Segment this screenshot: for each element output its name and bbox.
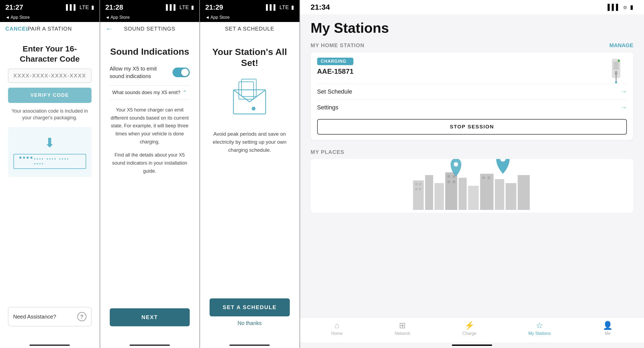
battery-icon-2: ▮ bbox=[191, 4, 194, 10]
p3-content: Your Station's All Set! Avoid peak perio… bbox=[200, 36, 299, 342]
charging-badge: CHARGING bbox=[317, 58, 354, 65]
home-station-section-header: MY HOME STATION MANAGE bbox=[311, 42, 633, 49]
page-heading-1: Enter Your 16-Character Code bbox=[8, 44, 92, 64]
lte-label-2: LTE bbox=[180, 4, 189, 10]
help-icon: ? bbox=[77, 312, 86, 321]
settings-row[interactable]: Settings → bbox=[317, 100, 627, 115]
tab-home[interactable]: ⌂ Home bbox=[331, 321, 343, 336]
p2-content: Sound Indications Allow my X5 to emit so… bbox=[100, 36, 200, 342]
panel-enter-code: 21:27 ▌▌▌ LTE ▮ ◄ App Store CANCEL PAIR … bbox=[0, 0, 100, 348]
scan-arrow-icon: ⬇ bbox=[44, 135, 55, 150]
tab-me[interactable]: 👤 Me bbox=[603, 321, 613, 336]
p1-content: Enter Your 16-Character Code VERIFY CODE… bbox=[0, 36, 100, 342]
battery-icon: ▮ bbox=[91, 4, 94, 10]
svg-rect-14 bbox=[434, 183, 444, 210]
svg-rect-26 bbox=[447, 175, 450, 178]
code-input[interactable] bbox=[13, 73, 87, 79]
toggle-knob bbox=[181, 69, 189, 76]
status-bar-4: 21:34 ▌▌▌ ⌾ ▮ bbox=[300, 0, 644, 14]
svg-point-32 bbox=[454, 162, 458, 166]
svg-rect-12 bbox=[413, 180, 424, 210]
assistance-row[interactable]: Need Assistance? ? bbox=[8, 307, 92, 326]
svg-rect-18 bbox=[480, 174, 493, 210]
nav-bar-1: CANCEL PAIR A STATION bbox=[0, 22, 100, 36]
expand-sounds-label: What sounds does my X5 emit? bbox=[112, 90, 180, 95]
nav-title-1: PAIR A STATION bbox=[28, 26, 72, 32]
svg-rect-19 bbox=[495, 179, 504, 210]
panel-sound-settings: 21:28 ▌▌▌ LTE ▮ ◄ App Store ← SOUND SETT… bbox=[100, 0, 200, 348]
signal-icon: ▌▌▌ bbox=[66, 4, 78, 10]
station-card-top: CHARGING AAE-15871 bbox=[317, 58, 627, 80]
home-indicator-4 bbox=[452, 345, 492, 346]
station-card: CHARGING AAE-15871 bbox=[311, 52, 633, 140]
battery-icon-4: ▮ bbox=[630, 4, 633, 11]
expand-sounds-row[interactable]: What sounds does my X5 emit? ⌃ bbox=[110, 85, 190, 100]
code-input-container[interactable] bbox=[8, 69, 92, 83]
back-button[interactable]: ← bbox=[105, 25, 113, 33]
svg-rect-31 bbox=[488, 176, 490, 179]
nav-bar-2: ← SOUND SETTINGS bbox=[100, 22, 200, 36]
signal-icon-3: ▌▌▌ bbox=[266, 4, 277, 10]
charge-tab-label: Charge bbox=[462, 331, 476, 336]
my-places-label: MY PLACES bbox=[311, 149, 633, 155]
manage-link[interactable]: MANAGE bbox=[609, 42, 633, 49]
home-indicator-2 bbox=[130, 345, 170, 346]
svg-rect-25 bbox=[419, 188, 421, 190]
hint-text: Your association code is included in you… bbox=[8, 108, 92, 121]
next-button[interactable]: NEXT bbox=[110, 308, 190, 326]
charger-illustration bbox=[225, 76, 274, 125]
appstore-label-1: ◄ App Store bbox=[0, 14, 100, 22]
home-tab-label: Home bbox=[331, 331, 343, 336]
set-schedule-button[interactable]: SET A SCHEDULE bbox=[210, 298, 290, 316]
svg-point-5 bbox=[252, 107, 255, 110]
tab-charge[interactable]: ⚡ Charge bbox=[462, 321, 476, 336]
home-indicator-1 bbox=[30, 345, 70, 346]
scan-code-dots: •••• •••• •••• •••• bbox=[13, 154, 86, 169]
wifi-icon: ⌾ bbox=[623, 4, 627, 11]
lte-label-3: LTE bbox=[279, 4, 289, 10]
charger-device-svg bbox=[605, 58, 627, 84]
signal-icon-4: ▌▌▌ bbox=[608, 4, 620, 11]
no-thanks-link[interactable]: No thanks bbox=[237, 320, 262, 326]
svg-rect-7 bbox=[613, 62, 619, 70]
sound-toggle-label: Allow my X5 to emit sound indications bbox=[110, 65, 169, 80]
svg-point-10 bbox=[615, 81, 617, 83]
svg-rect-28 bbox=[447, 180, 450, 183]
svg-rect-23 bbox=[419, 183, 421, 185]
tab-network[interactable]: ⊞ Network bbox=[395, 321, 411, 336]
charger-device-image bbox=[605, 58, 627, 79]
verify-code-button[interactable]: VERIFY CODE bbox=[8, 88, 92, 103]
battery-icon-3: ▮ bbox=[291, 4, 294, 10]
time-2: 21:28 bbox=[105, 3, 123, 12]
sound-toggle[interactable] bbox=[173, 68, 190, 77]
nav-bar-3: SET A SCHEDULE bbox=[200, 22, 299, 36]
svg-rect-30 bbox=[482, 176, 485, 179]
svg-rect-20 bbox=[506, 183, 516, 210]
settings-arrow: → bbox=[621, 104, 627, 111]
charger-svg bbox=[225, 76, 274, 125]
chevron-up-icon: ⌃ bbox=[182, 89, 187, 96]
signal-icon-2: ▌▌▌ bbox=[166, 4, 177, 10]
svg-rect-16 bbox=[459, 178, 467, 210]
set-schedule-row[interactable]: Set Schedule → bbox=[317, 84, 627, 100]
appstore-label-3: ◄ App Store bbox=[200, 14, 299, 22]
stop-session-button[interactable]: STOP SESSION bbox=[317, 119, 627, 135]
home-tab-icon: ⌂ bbox=[335, 321, 339, 330]
home-station-label: MY HOME STATION bbox=[311, 42, 365, 49]
page-heading-2: Sound Indications bbox=[110, 46, 190, 57]
station-actions: Set Schedule → Settings → bbox=[317, 84, 627, 115]
tab-my-stations[interactable]: ☆ My Stations bbox=[528, 321, 551, 336]
status-icons-1: ▌▌▌ LTE ▮ bbox=[66, 4, 94, 10]
station-name: AAE-15871 bbox=[317, 67, 354, 76]
time-1: 21:27 bbox=[5, 3, 23, 12]
time-4: 21:34 bbox=[311, 3, 330, 12]
svg-rect-15 bbox=[445, 172, 457, 210]
cancel-button[interactable]: CANCEL bbox=[5, 26, 29, 32]
network-tab-icon: ⊞ bbox=[399, 321, 406, 330]
city-svg bbox=[311, 159, 633, 213]
svg-point-11 bbox=[618, 60, 620, 62]
time-3: 21:29 bbox=[205, 3, 223, 12]
status-bar-1: 21:27 ▌▌▌ LTE ▮ bbox=[0, 0, 100, 14]
network-tab-label: Network bbox=[395, 331, 411, 336]
nav-title-2: SOUND SETTINGS bbox=[124, 26, 175, 32]
